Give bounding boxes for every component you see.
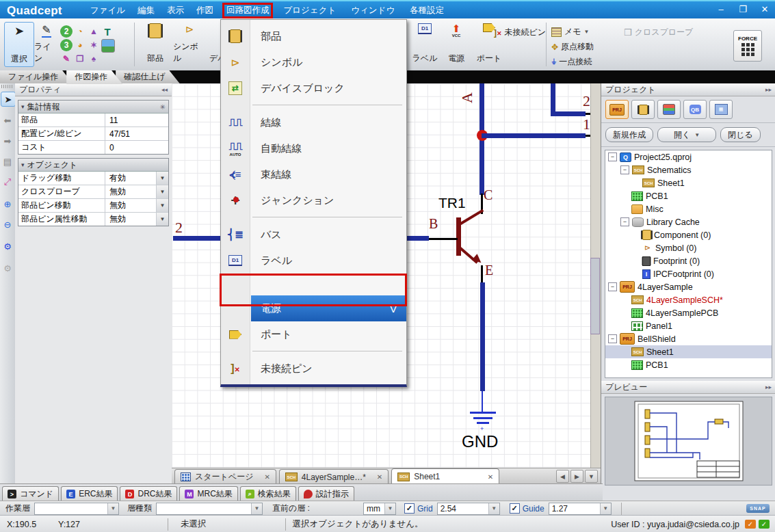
- select-tool-button[interactable]: ➤ 選択: [4, 22, 34, 67]
- polygon-tool-icon[interactable]: ▲: [88, 25, 100, 38]
- tree-item-bellshield-pcb1[interactable]: PCB1: [605, 358, 772, 371]
- tree-item-ipcfootprint[interactable]: IIPCFootprint (0): [605, 267, 772, 280]
- menu-file[interactable]: ファイル: [87, 3, 129, 18]
- tree-item-pcb1[interactable]: PCB1: [605, 189, 772, 202]
- tree-item-footprint[interactable]: Footprint (0): [605, 254, 772, 267]
- star-tool-icon[interactable]: ✶: [88, 39, 100, 51]
- pin-number-2[interactable]: 2: [583, 92, 590, 110]
- menu-item-port[interactable]: ポート: [221, 321, 406, 347]
- minimize-icon[interactable]: –: [716, 4, 726, 14]
- menu-window[interactable]: ウィンドウ: [347, 3, 398, 18]
- tab-scroll-left-icon[interactable]: ◀: [556, 470, 569, 483]
- menu-item-symbol[interactable]: ⊳ シンボル: [221, 49, 406, 75]
- zoom-in-icon[interactable]: ⊕: [1, 197, 14, 211]
- redo-arrow-icon[interactable]: ➡: [1, 134, 14, 148]
- tree-item-bellshield-sheet1[interactable]: SCHSheet1: [605, 345, 772, 358]
- arc-tool-icon[interactable]: ◔: [74, 25, 86, 38]
- fit-view-icon[interactable]: ⤢: [1, 175, 14, 189]
- pie-tool-icon[interactable]: ◕: [74, 39, 86, 51]
- guide-checkbox[interactable]: ✓: [510, 503, 520, 514]
- tree-expander-icon[interactable]: −: [608, 334, 617, 343]
- tree-tool-icon[interactable]: ♠: [88, 53, 100, 65]
- net-label-e[interactable]: E: [485, 263, 493, 278]
- menu-item-bus[interactable]: ⎨≣ バス: [221, 222, 406, 248]
- symbol-button[interactable]: ⊳ シンボル: [171, 22, 208, 66]
- summary-section-header[interactable]: ▾ 集計情報 ✳: [18, 101, 168, 114]
- doc-tab-start-page[interactable]: スタートページ ✕: [174, 469, 276, 484]
- tab-erc-results[interactable]: EERC結果: [61, 486, 118, 501]
- sync-check-orange-icon[interactable]: ✓: [745, 520, 756, 529]
- layer-type-combo[interactable]: ▼: [156, 503, 263, 515]
- memo-button[interactable]: メモ ▼: [551, 26, 589, 38]
- unit-select[interactable]: mm▼: [363, 503, 396, 515]
- pin-number-1[interactable]: 1: [583, 116, 590, 133]
- settings-gear-disabled-icon[interactable]: ⚙: [1, 261, 14, 275]
- cross-probe-button[interactable]: ❒ クロスプローブ: [624, 27, 693, 38]
- unconnected-pin-button[interactable]: ]✕ 未接続ピン: [494, 27, 546, 38]
- doc-tab-4layersample[interactable]: SCH 4LayerSample…* ✕: [279, 469, 389, 484]
- label-button[interactable]: D1 ラベル: [409, 22, 441, 66]
- menu-item-bundle-wire[interactable]: ⦓≡ 束結線: [221, 161, 406, 187]
- layers-view-button[interactable]: [657, 100, 681, 119]
- menu-item-junction[interactable]: ✛ ジャンクション: [221, 187, 406, 213]
- tab-drc-results[interactable]: DDRC結果: [120, 486, 177, 501]
- qb-view-button[interactable]: QB: [683, 100, 707, 119]
- tab-command[interactable]: >コマンド: [2, 486, 59, 501]
- tree-item-schematics[interactable]: −SCHSchematics: [605, 163, 772, 176]
- tree-expander-icon[interactable]: −: [608, 282, 617, 291]
- menu-settings[interactable]: 各種設定: [406, 3, 447, 18]
- object-section-header[interactable]: ▾ オブジェクト: [18, 159, 168, 172]
- menu-item-power[interactable]: 電源 V: [251, 295, 406, 321]
- dropdown-arrow-icon[interactable]: ▼: [156, 172, 168, 185]
- preview-thumbnail[interactable]: [634, 401, 744, 481]
- one-point-connect-button[interactable]: ⏚ 一点接続: [551, 56, 592, 68]
- menu-item-wire[interactable]: ⎍⎍ 結線: [221, 109, 406, 135]
- menu-project[interactable]: プロジェクト: [280, 3, 339, 18]
- dropdown-arrow-icon[interactable]: ▼: [156, 199, 168, 212]
- collapse-icon[interactable]: ◂◂: [161, 86, 168, 93]
- wire-pin2-horizontal[interactable]: [551, 111, 586, 116]
- tree-item-sheet1[interactable]: SCHSheet1: [605, 176, 772, 189]
- tree-item-symbol[interactable]: ⊳Symbol (0): [605, 241, 772, 254]
- dropdown-arrow-icon[interactable]: ▼: [156, 185, 168, 198]
- doc-tab-sheet1[interactable]: SCH Sheet1 ✕: [391, 468, 499, 484]
- gnd-label[interactable]: GND: [462, 432, 498, 451]
- menu-item-auto-wire[interactable]: ⎍⎍AUTO 自動結線: [221, 135, 406, 161]
- shape-tool-icon[interactable]: ❐: [74, 53, 86, 65]
- parts-button[interactable]: 部品: [140, 22, 171, 66]
- net-label-c[interactable]: C: [484, 187, 492, 203]
- tree-item-project25[interactable]: −QProject25.qproj: [605, 150, 772, 163]
- text-tool-icon[interactable]: T: [101, 25, 114, 38]
- image-tool-icon[interactable]: [101, 39, 115, 53]
- component-view-button[interactable]: [631, 100, 655, 119]
- guide-size-combo[interactable]: 1.27▼: [549, 503, 612, 515]
- menu-item-parts[interactable]: 部品: [221, 23, 406, 49]
- brush-tool-icon[interactable]: ✎: [60, 53, 73, 65]
- close-tab-icon[interactable]: ✕: [264, 473, 270, 481]
- vscrollbar-thumb[interactable]: [590, 258, 600, 334]
- tree-item-library-cache[interactable]: −Library Cache: [605, 215, 772, 228]
- section-settings-icon[interactable]: ✳: [160, 103, 166, 111]
- circle3-tool-icon[interactable]: 3: [60, 39, 73, 51]
- tab-design-instruction[interactable]: 設計指示: [298, 486, 354, 501]
- zoom-out-icon[interactable]: ⊖: [1, 217, 14, 231]
- line-tool-button[interactable]: ✎ ライン: [32, 22, 61, 66]
- tab-search-results[interactable]: ⌕検索結果: [240, 486, 296, 501]
- tab-file-ops[interactable]: ファイル操作: [0, 70, 73, 84]
- drag-handle[interactable]: [1, 85, 14, 88]
- menu-schematic-create[interactable]: 回路図作成: [222, 3, 274, 18]
- undo-arrow-icon[interactable]: ⬅: [1, 114, 14, 127]
- menu-item-device-block[interactable]: ⇄ デバイスブロック: [221, 75, 406, 101]
- tab-list-icon[interactable]: ▼: [585, 470, 598, 483]
- grid-checkbox[interactable]: ✓: [404, 503, 415, 514]
- canvas-vscrollbar[interactable]: [590, 83, 601, 468]
- settings-gear-icon[interactable]: ⚙: [1, 239, 14, 253]
- net-label-a[interactable]: A: [458, 92, 476, 103]
- tree-item-4layersample[interactable]: −PRJ4LayerSample: [605, 280, 772, 293]
- menu-draw[interactable]: 作図: [193, 3, 217, 18]
- menu-view[interactable]: 表示: [163, 3, 187, 18]
- wire-emitter-gnd[interactable]: [480, 282, 485, 391]
- close-icon[interactable]: ✕: [760, 4, 770, 14]
- tab-finishing[interactable]: 確認仕上げ: [116, 70, 180, 84]
- circle-tool-icon[interactable]: 2: [60, 25, 73, 38]
